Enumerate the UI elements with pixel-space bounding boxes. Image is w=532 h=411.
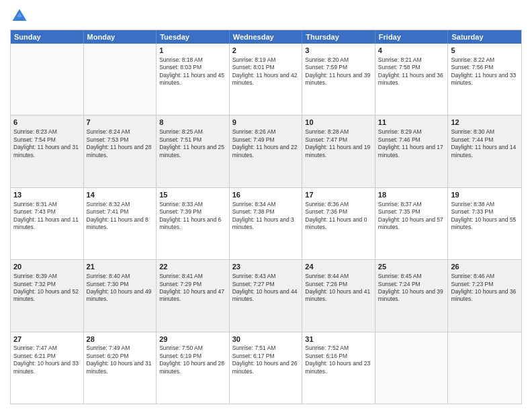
day-number: 21 (87, 262, 154, 272)
sunrise-text: Sunrise: 8:40 AM (87, 273, 130, 279)
daylight-text: Daylight: 11 hours and 11 minutes. (13, 216, 79, 230)
sunset-text: Sunset: 6:16 PM (305, 353, 347, 359)
sunrise-text: Sunrise: 8:26 AM (232, 128, 276, 135)
calendar-cell: 9Sunrise: 8:26 AMSunset: 7:49 PMDaylight… (230, 116, 303, 187)
calendar-cell: 2Sunrise: 8:19 AMSunset: 8:01 PMDaylight… (230, 44, 303, 115)
daylight-text: Daylight: 11 hours and 39 minutes. (305, 72, 370, 86)
sunrise-text: Sunrise: 8:23 AM (13, 128, 57, 135)
calendar-cell: 20Sunrise: 8:39 AMSunset: 7:32 PMDayligh… (11, 260, 84, 331)
daylight-text: Daylight: 11 hours and 14 minutes. (451, 144, 516, 158)
sunset-text: Sunset: 7:30 PM (87, 281, 129, 287)
sunrise-text: Sunrise: 8:24 AM (87, 128, 130, 135)
sunrise-text: Sunrise: 8:21 AM (378, 56, 422, 63)
calendar-week-1: 1Sunrise: 8:18 AMSunset: 8:03 PMDaylight… (11, 44, 521, 116)
header-day-wednesday: Wednesday (230, 30, 303, 44)
sunrise-text: Sunrise: 8:19 AM (232, 56, 276, 63)
daylight-text: Daylight: 10 hours and 57 minutes. (378, 216, 443, 230)
sunrise-text: Sunrise: 8:34 AM (232, 201, 276, 208)
calendar-cell: 12Sunrise: 8:30 AMSunset: 7:44 PMDayligh… (448, 116, 521, 187)
page: SundayMondayTuesdayWednesdayThursdayFrid… (0, 0, 532, 411)
daylight-text: Daylight: 10 hours and 31 minutes. (87, 360, 152, 374)
logo-icon (10, 7, 29, 26)
sunset-text: Sunset: 7:58 PM (378, 64, 420, 71)
calendar-week-2: 6Sunrise: 8:23 AMSunset: 7:54 PMDaylight… (11, 116, 521, 187)
day-number: 23 (232, 262, 300, 272)
daylight-text: Daylight: 11 hours and 28 minutes. (87, 144, 152, 158)
sunset-text: Sunset: 7:36 PM (305, 208, 347, 215)
header-day-monday: Monday (84, 30, 157, 44)
calendar-cell: 6Sunrise: 8:23 AMSunset: 7:54 PMDaylight… (11, 116, 84, 187)
sunrise-text: Sunrise: 8:37 AM (378, 201, 422, 208)
sunrise-text: Sunrise: 7:52 AM (305, 345, 349, 351)
day-number: 13 (13, 190, 81, 200)
calendar-cell: 8Sunrise: 8:25 AMSunset: 7:51 PMDaylight… (157, 116, 230, 187)
daylight-text: Daylight: 10 hours and 39 minutes. (378, 288, 443, 302)
sunrise-text: Sunrise: 8:22 AM (451, 56, 494, 63)
sunrise-text: Sunrise: 8:45 AM (378, 273, 422, 279)
header-day-tuesday: Tuesday (157, 30, 230, 44)
sunset-text: Sunset: 7:59 PM (305, 64, 347, 71)
daylight-text: Daylight: 10 hours and 49 minutes. (87, 288, 152, 302)
sunset-text: Sunset: 7:33 PM (451, 208, 493, 215)
calendar-cell: 25Sunrise: 8:45 AMSunset: 7:24 PMDayligh… (375, 260, 449, 331)
calendar-cell: 30Sunrise: 7:51 AMSunset: 6:17 PMDayligh… (230, 332, 303, 404)
day-number: 18 (378, 190, 445, 200)
sunrise-text: Sunrise: 8:43 AM (232, 273, 276, 279)
header-day-friday: Friday (375, 30, 449, 44)
calendar-cell: 23Sunrise: 8:43 AMSunset: 7:27 PMDayligh… (230, 260, 303, 331)
sunrise-text: Sunrise: 8:46 AM (451, 273, 494, 279)
calendar-cell (448, 332, 521, 404)
calendar-cell: 15Sunrise: 8:33 AMSunset: 7:39 PMDayligh… (157, 188, 230, 259)
day-number: 28 (87, 334, 154, 345)
calendar-cell: 16Sunrise: 8:34 AMSunset: 7:38 PMDayligh… (230, 188, 303, 259)
sunset-text: Sunset: 6:17 PM (232, 353, 275, 359)
calendar-cell: 19Sunrise: 8:38 AMSunset: 7:33 PMDayligh… (448, 188, 521, 259)
calendar-cell (84, 44, 157, 115)
sunset-text: Sunset: 7:41 PM (87, 208, 129, 215)
daylight-text: Daylight: 10 hours and 33 minutes. (13, 360, 79, 374)
sunrise-text: Sunrise: 8:25 AM (159, 128, 203, 135)
calendar-cell: 14Sunrise: 8:32 AMSunset: 7:41 PMDayligh… (84, 188, 157, 259)
sunrise-text: Sunrise: 8:31 AM (13, 201, 57, 208)
calendar-cell: 29Sunrise: 7:50 AMSunset: 6:19 PMDayligh… (157, 332, 230, 404)
calendar-cell: 1Sunrise: 8:18 AMSunset: 8:03 PMDaylight… (157, 44, 230, 115)
sunset-text: Sunset: 6:19 PM (159, 353, 202, 359)
sunrise-text: Sunrise: 8:20 AM (305, 56, 349, 63)
day-number: 27 (13, 334, 81, 345)
calendar-cell: 22Sunrise: 8:41 AMSunset: 7:29 PMDayligh… (157, 260, 230, 331)
day-number: 2 (232, 46, 300, 56)
day-number: 12 (451, 118, 519, 128)
calendar-body: 1Sunrise: 8:18 AMSunset: 8:03 PMDaylight… (11, 44, 521, 404)
daylight-text: Daylight: 11 hours and 36 minutes. (378, 72, 443, 86)
day-number: 31 (305, 334, 372, 345)
daylight-text: Daylight: 11 hours and 19 minutes. (305, 144, 370, 158)
daylight-text: Daylight: 11 hours and 42 minutes. (232, 72, 298, 86)
sunrise-text: Sunrise: 8:32 AM (87, 201, 130, 208)
daylight-text: Daylight: 11 hours and 17 minutes. (378, 144, 443, 158)
calendar-cell: 11Sunrise: 8:29 AMSunset: 7:46 PMDayligh… (375, 116, 449, 187)
day-number: 4 (378, 46, 445, 56)
sunset-text: Sunset: 7:32 PM (13, 281, 56, 287)
calendar-cell (11, 44, 84, 115)
day-number: 16 (232, 190, 300, 200)
sunset-text: Sunset: 7:29 PM (159, 281, 202, 287)
sunrise-text: Sunrise: 8:38 AM (451, 201, 494, 208)
day-number: 7 (87, 118, 154, 128)
sunset-text: Sunset: 7:26 PM (305, 281, 347, 287)
sunset-text: Sunset: 7:24 PM (378, 281, 420, 287)
day-number: 30 (232, 334, 300, 345)
daylight-text: Daylight: 11 hours and 31 minutes. (13, 144, 79, 158)
calendar-cell: 3Sunrise: 8:20 AMSunset: 7:59 PMDaylight… (302, 44, 375, 115)
daylight-text: Daylight: 10 hours and 36 minutes. (451, 288, 516, 302)
daylight-text: Daylight: 11 hours and 33 minutes. (451, 72, 516, 86)
calendar-cell: 24Sunrise: 8:44 AMSunset: 7:26 PMDayligh… (302, 260, 375, 331)
calendar-header: SundayMondayTuesdayWednesdayThursdayFrid… (11, 30, 521, 44)
daylight-text: Daylight: 11 hours and 25 minutes. (159, 144, 224, 158)
calendar-week-5: 27Sunrise: 7:47 AMSunset: 6:21 PMDayligh… (11, 332, 521, 404)
sunset-text: Sunset: 8:03 PM (159, 64, 202, 71)
day-number: 14 (87, 190, 154, 200)
daylight-text: Daylight: 11 hours and 45 minutes. (159, 72, 224, 86)
daylight-text: Daylight: 11 hours and 0 minutes. (305, 216, 367, 230)
sunset-text: Sunset: 7:51 PM (159, 136, 202, 143)
sunrise-text: Sunrise: 8:30 AM (451, 128, 494, 135)
